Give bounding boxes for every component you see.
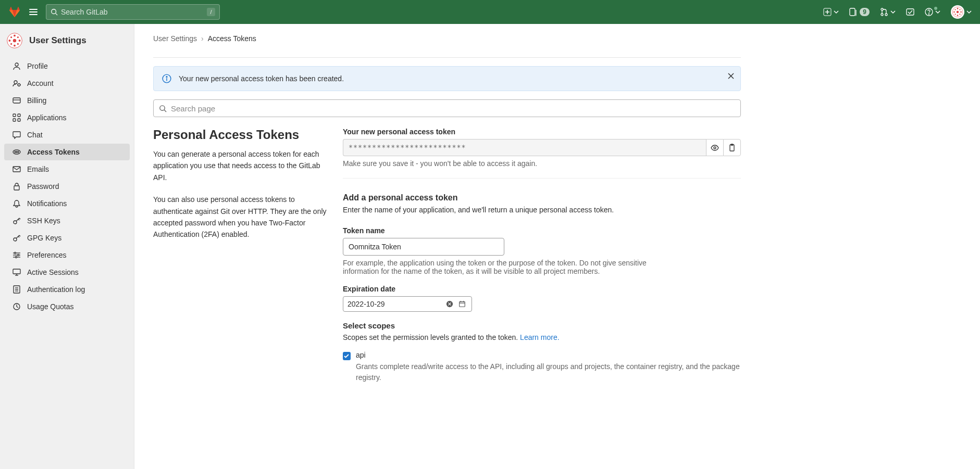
intro-text-2: You can also use personal access tokens … bbox=[153, 194, 330, 240]
scopes-heading: Select scopes bbox=[343, 321, 741, 330]
svg-point-25 bbox=[959, 14, 960, 15]
email-icon bbox=[13, 165, 21, 173]
svg-rect-54 bbox=[14, 186, 19, 190]
token-name-input[interactable] bbox=[343, 238, 504, 256]
check-icon bbox=[344, 353, 349, 359]
sidebar-item-label: Applications bbox=[27, 113, 67, 122]
close-circle-icon bbox=[446, 300, 453, 308]
sidebar-item-applications[interactable]: Applications bbox=[4, 109, 130, 126]
preferences-icon bbox=[13, 251, 21, 259]
scopes-learn-more-link[interactable]: Learn more. bbox=[520, 333, 559, 341]
sidebar-item-access-tokens[interactable]: Access Tokens bbox=[4, 144, 130, 160]
scope-api-checkbox[interactable] bbox=[343, 352, 351, 360]
svg-point-35 bbox=[17, 43, 19, 45]
hamburger-icon[interactable] bbox=[27, 6, 40, 18]
topbar: / 9 bbox=[0, 0, 980, 24]
sidebar-item-profile[interactable]: Profile bbox=[4, 58, 130, 74]
token-name-label: Token name bbox=[343, 226, 741, 235]
svg-point-3 bbox=[52, 9, 56, 14]
page-search[interactable] bbox=[153, 99, 741, 117]
svg-point-21 bbox=[960, 11, 962, 13]
svg-point-31 bbox=[19, 40, 21, 42]
divider bbox=[343, 178, 741, 179]
merge-requests-menu[interactable] bbox=[880, 8, 896, 16]
copy-token-button[interactable] bbox=[723, 139, 741, 156]
divider bbox=[153, 57, 741, 58]
svg-rect-13 bbox=[907, 9, 914, 15]
svg-point-22 bbox=[955, 9, 956, 10]
add-token-desc: Enter the name of your application, and … bbox=[343, 206, 741, 214]
todos-link[interactable] bbox=[906, 8, 914, 16]
svg-rect-63 bbox=[13, 269, 20, 274]
billing-icon bbox=[13, 96, 21, 105]
sidebar-item-account[interactable]: Account bbox=[4, 75, 130, 92]
user-avatar-icon bbox=[6, 32, 23, 49]
svg-rect-0 bbox=[29, 9, 38, 10]
svg-line-4 bbox=[56, 14, 58, 16]
svg-rect-46 bbox=[18, 114, 20, 117]
info-icon bbox=[162, 74, 171, 83]
sidebar-item-label: Chat bbox=[27, 131, 43, 139]
expiry-input-wrap[interactable] bbox=[343, 296, 472, 312]
global-search-input[interactable] bbox=[61, 8, 207, 16]
global-search[interactable]: / bbox=[46, 4, 220, 20]
token-name-hint: For example, the application using the t… bbox=[343, 259, 666, 275]
page-search-input[interactable] bbox=[171, 104, 735, 113]
sidebar-item-label: GPG Keys bbox=[27, 234, 61, 242]
sidebar-item-label: Access Tokens bbox=[27, 148, 80, 156]
help-notification-dot bbox=[934, 7, 937, 10]
sidebar-item-chat[interactable]: Chat bbox=[4, 126, 130, 143]
create-menu[interactable] bbox=[823, 8, 839, 16]
chevron-down-icon bbox=[834, 9, 839, 15]
sidebar-item-label: Emails bbox=[27, 165, 49, 173]
svg-point-51 bbox=[16, 151, 17, 153]
main-content: User Settings › Access Tokens Your new p… bbox=[134, 24, 760, 469]
user-menu[interactable] bbox=[951, 5, 972, 19]
gitlab-logo-icon[interactable] bbox=[8, 6, 21, 18]
sidebar-item-billing[interactable]: Billing bbox=[4, 92, 130, 109]
monitor-icon bbox=[13, 268, 21, 276]
breadcrumb-current: Access Tokens bbox=[208, 34, 256, 43]
bell-icon bbox=[13, 199, 21, 208]
breadcrumb: User Settings › Access Tokens bbox=[153, 34, 741, 49]
sidebar-title: User Settings bbox=[29, 35, 86, 46]
sidebar-item-auth-log[interactable]: Authentication log bbox=[4, 281, 130, 298]
sidebar-item-active-sessions[interactable]: Active Sessions bbox=[4, 264, 130, 281]
sidebar-item-gpg-keys[interactable]: GPG Keys bbox=[4, 230, 130, 246]
clipboard-icon bbox=[728, 144, 736, 152]
new-token-value[interactable] bbox=[343, 139, 706, 156]
sidebar-item-ssh-keys[interactable]: SSH Keys bbox=[4, 212, 130, 229]
close-button[interactable] bbox=[727, 72, 735, 82]
account-icon bbox=[13, 79, 21, 87]
sidebar-item-emails[interactable]: Emails bbox=[4, 161, 130, 178]
sidebar-item-preferences[interactable]: Preferences bbox=[4, 247, 130, 263]
scope-api-desc: Grants complete read/write access to the… bbox=[356, 361, 741, 383]
svg-rect-79 bbox=[730, 145, 734, 151]
quota-icon bbox=[13, 302, 21, 311]
clear-date-button[interactable] bbox=[444, 299, 455, 309]
calendar-button[interactable] bbox=[457, 299, 467, 309]
search-icon bbox=[51, 8, 58, 16]
svg-point-60 bbox=[18, 255, 19, 256]
svg-point-72 bbox=[166, 77, 167, 78]
svg-point-76 bbox=[160, 105, 165, 110]
key-icon bbox=[13, 234, 21, 242]
profile-icon bbox=[13, 62, 21, 70]
token-icon bbox=[13, 148, 21, 156]
issues-link[interactable]: 9 bbox=[849, 8, 870, 16]
sidebar-item-notifications[interactable]: Notifications bbox=[4, 195, 130, 212]
svg-rect-1 bbox=[29, 11, 38, 12]
sidebar-item-usage-quotas[interactable]: Usage Quotas bbox=[4, 298, 130, 315]
svg-point-24 bbox=[955, 14, 956, 15]
help-menu[interactable] bbox=[925, 8, 940, 16]
svg-point-18 bbox=[957, 8, 959, 9]
sidebar-item-password[interactable]: Password bbox=[4, 178, 130, 195]
breadcrumb-root[interactable]: User Settings bbox=[153, 34, 197, 43]
svg-point-33 bbox=[17, 36, 19, 38]
log-icon bbox=[13, 285, 21, 294]
close-icon bbox=[727, 72, 735, 80]
expiry-input[interactable] bbox=[348, 300, 444, 308]
reveal-token-button[interactable] bbox=[706, 139, 723, 156]
sidebar-header[interactable]: User Settings bbox=[0, 30, 134, 57]
svg-point-9 bbox=[881, 8, 883, 10]
